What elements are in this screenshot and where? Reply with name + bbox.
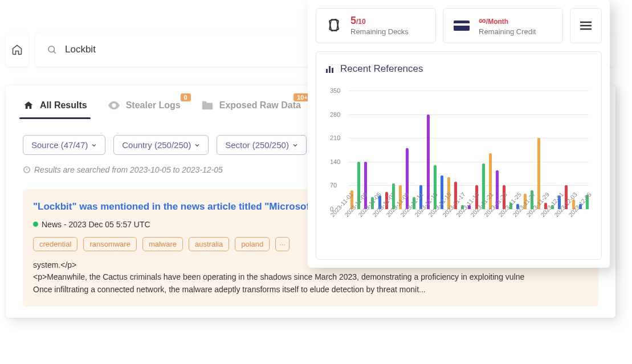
credit-card-icon xyxy=(452,19,471,32)
info-icon xyxy=(23,166,31,174)
tag-more[interactable]: ··· xyxy=(275,237,290,251)
filter-source[interactable]: Source (47/47) xyxy=(23,135,105,155)
hamburger-icon xyxy=(580,21,592,30)
svg-rect-7 xyxy=(329,66,331,73)
chart-card: Recent References 0701402102803502023-11… xyxy=(316,51,602,260)
svg-rect-6 xyxy=(326,69,328,73)
tab-stealer-logs[interactable]: Stealer Logs 0 xyxy=(108,97,181,118)
search-icon xyxy=(47,44,57,55)
home-button[interactable] xyxy=(6,32,28,67)
tab-badge: 0 xyxy=(181,93,191,101)
bar-chart-icon xyxy=(325,64,335,73)
chevron-down-icon xyxy=(292,142,298,148)
chevron-down-icon xyxy=(91,142,97,148)
filter-country[interactable]: Country (250/250) xyxy=(113,135,209,155)
eye-icon xyxy=(108,101,120,110)
cards-icon xyxy=(325,18,342,33)
status-dot xyxy=(33,222,38,227)
tag[interactable]: poland xyxy=(235,237,270,251)
tag[interactable]: australia xyxy=(189,237,229,251)
filter-sector[interactable]: Sector (250/250) xyxy=(217,135,307,155)
tab-exposed-raw-data[interactable]: Exposed Raw Data 10+ xyxy=(201,97,301,118)
right-panel: 5/10 Remaining Decks ∞/Month Remaining C… xyxy=(308,0,610,268)
tab-label: All Results xyxy=(40,100,87,111)
tab-label: Stealer Logs xyxy=(126,100,181,111)
tag[interactable]: ransomware xyxy=(83,237,137,251)
home-solid-icon xyxy=(23,100,34,111)
chart-title-text: Recent References xyxy=(340,63,423,75)
tab-all-results[interactable]: All Results xyxy=(23,97,87,118)
home-icon xyxy=(11,44,23,55)
stat-remaining-decks: 5/10 Remaining Decks xyxy=(316,8,436,43)
folder-icon xyxy=(201,100,214,111)
svg-rect-8 xyxy=(332,68,333,73)
tab-label: Exposed Raw Data xyxy=(219,100,301,111)
references-chart: 0701402102803502023-11-012023-11-032023-… xyxy=(330,91,592,250)
menu-button[interactable] xyxy=(570,8,602,43)
svg-rect-5 xyxy=(454,23,470,26)
chevron-down-icon xyxy=(194,142,200,148)
tag[interactable]: malware xyxy=(142,237,183,251)
tag[interactable]: credential xyxy=(33,237,78,251)
svg-point-0 xyxy=(48,46,55,52)
stat-remaining-credit: ∞/Month Remaining Credit xyxy=(443,8,563,43)
